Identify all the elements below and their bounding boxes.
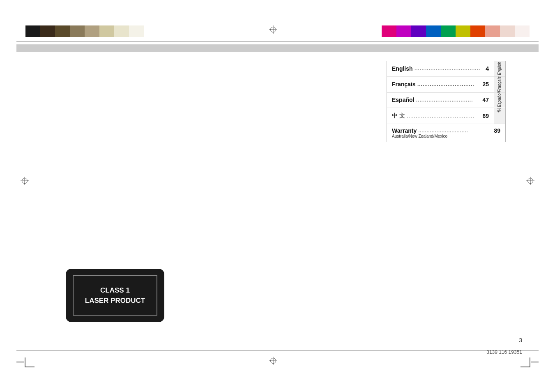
product-code: 3139 116 19351 (486, 349, 522, 355)
color-block-r2 (396, 25, 411, 37)
color-block-4 (70, 25, 85, 37)
color-block-r1 (382, 25, 396, 37)
color-block-r4 (426, 25, 441, 37)
toc-page-english: 4 (486, 65, 489, 72)
color-block-3 (55, 25, 70, 37)
color-block-r6 (456, 25, 470, 37)
color-block-8 (129, 25, 144, 37)
crosshair-top-center (269, 25, 277, 34)
color-block-r5 (441, 25, 456, 37)
color-block-r8 (485, 25, 500, 37)
color-block-1 (25, 25, 40, 37)
toc-row-espanol: Español ................................… (387, 92, 505, 108)
color-block-6 (99, 25, 114, 37)
toc-entry-english: English ................................… (387, 61, 494, 76)
toc-label-warranty: Warranty (392, 127, 417, 134)
toc-page-chinese: 69 (482, 113, 489, 119)
toc-row-francais: Français ...............................… (387, 76, 505, 92)
crosshair-mid-right (526, 177, 534, 185)
toc-tab-francais: Français (494, 76, 505, 92)
color-block-7 (114, 25, 129, 37)
toc-page-francais: 25 (482, 81, 489, 88)
toc-label-francais: Français (392, 81, 416, 88)
toc-row-chinese: 中 文 ....................................… (387, 108, 505, 124)
toc-tab-espanol: Español (494, 92, 505, 107)
color-block-2 (40, 25, 55, 37)
bottom-left-side-line (16, 362, 24, 362)
toc-tab-english: English (494, 61, 505, 76)
color-block-r10 (515, 25, 530, 37)
bottom-horizontal-rule (16, 350, 539, 351)
laser-box-inner: CLASS 1 LASER PRODUCT (73, 275, 157, 316)
corner-mark-bottom-right (520, 357, 530, 367)
top-gray-band (16, 44, 539, 52)
toc-label-english: English (392, 65, 413, 72)
toc-label-espanol: Español (392, 97, 414, 103)
toc-entry-francais: Français ...............................… (387, 76, 494, 92)
table-of-contents: English ................................… (387, 61, 506, 142)
top-right-color-bar (382, 25, 530, 37)
toc-row-warranty: Warranty .............................. … (387, 124, 505, 142)
toc-entry-espanol: Español ................................… (387, 92, 494, 107)
toc-page-espanol: 47 (482, 97, 489, 103)
laser-product-box: CLASS 1 LASER PRODUCT (66, 269, 164, 322)
toc-label-chinese: 中 文 (392, 112, 405, 120)
bottom-right-side-line (531, 362, 539, 362)
toc-entry-warranty: Warranty .............................. … (387, 124, 505, 142)
corner-mark-bottom-left (25, 357, 35, 367)
color-block-5 (85, 25, 99, 37)
toc-entry-chinese: 中 文 ....................................… (387, 108, 494, 124)
page-number: 3 (519, 337, 522, 344)
crosshair-mid-left (21, 177, 29, 185)
color-block-r9 (500, 25, 515, 37)
warranty-subtitle: Australia/New Zealand/Mexico (392, 134, 447, 138)
laser-text-line1: CLASS 1 (100, 285, 130, 296)
crosshair-bottom-center (269, 357, 277, 365)
toc-page-warranty: 89 (494, 127, 500, 134)
color-block-r3 (411, 25, 426, 37)
laser-text-line2: LASER PRODUCT (85, 295, 145, 306)
toc-tab-chinese: 中文 (494, 108, 505, 124)
top-horizontal-rule (16, 41, 539, 42)
toc-row-english: English ................................… (387, 61, 505, 76)
top-left-color-bar (25, 25, 144, 37)
color-block-r7 (470, 25, 485, 37)
